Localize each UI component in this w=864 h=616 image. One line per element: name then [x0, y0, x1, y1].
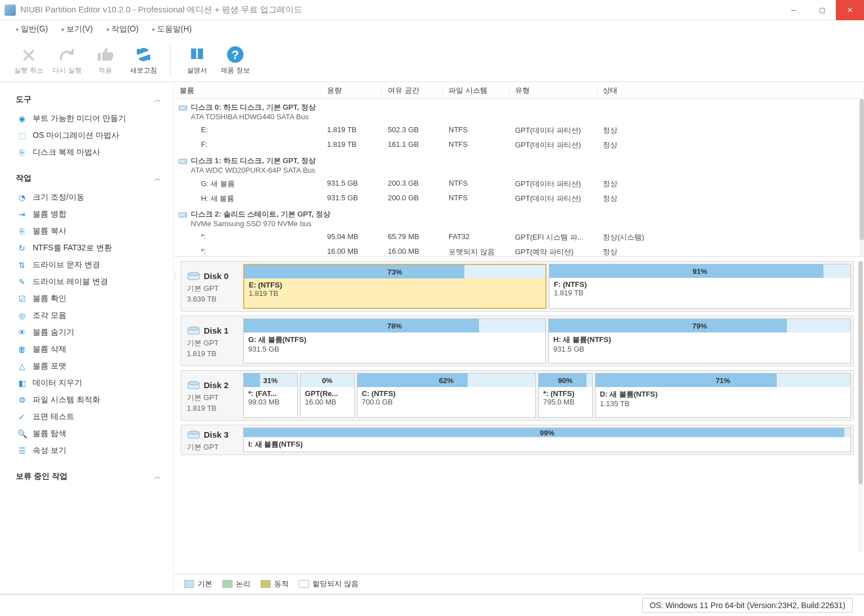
scrollbar[interactable]: [859, 99, 864, 256]
op-icon: △: [16, 361, 28, 371]
partition-block[interactable]: 79%H: 새 볼륨(NTFS)931.5 GB: [548, 318, 851, 363]
table-row[interactable]: E:1.819 TB502.3 GBNTFSGPT(데이터 파티션)정상: [174, 123, 864, 138]
partition-block[interactable]: 99%I: 새 볼륨(NTFS): [243, 428, 851, 452]
undo-button[interactable]: 실행 취소: [11, 44, 46, 75]
cell-name: G: 새 볼륨: [195, 178, 321, 190]
about-button[interactable]: ?제품 정보: [218, 44, 253, 75]
partition-block[interactable]: 90%*: (NTFS)795.0 MB: [538, 373, 593, 418]
svg-point-3: [185, 107, 186, 109]
content-area: ⋮⋮ 볼륨 용량 여유 공간 파일 시스템 유형 상태 디스크 0: 하드 디스…: [173, 82, 864, 593]
sidebar-item-op[interactable]: △볼륨 포맷: [16, 358, 161, 375]
sidebar-item-op[interactable]: ☰속성 보기: [16, 442, 161, 459]
table-row[interactable]: F:1.819 TB161.1 GBNTFSGPT(데이터 파티션)정상: [174, 138, 864, 152]
disk-label[interactable]: Disk 3기본 GPT: [181, 425, 241, 455]
disk-group-header[interactable]: 디스크 1: 하드 디스크, 기본 GPT, 정상ATA WDC WD20PUR…: [174, 152, 864, 177]
close-button[interactable]: ✕: [836, 0, 864, 20]
sidebar-item-op[interactable]: ⇅드라이브 문자 변경: [16, 257, 161, 273]
sidebar-item-op[interactable]: ◎조각 모음: [16, 307, 161, 324]
op-icon: 🔍: [16, 429, 28, 439]
partition-block[interactable]: 31%*: (FAT...99.03 MB: [243, 373, 298, 418]
cell-fs: FAT32: [443, 231, 509, 244]
cell-fs: NTFS: [443, 139, 509, 151]
disk-group-header[interactable]: 디스크 0: 하드 디스크, 기본 GPT, 정상ATA TOSHIBA HDW…: [174, 99, 864, 123]
col-status[interactable]: 상태: [597, 86, 864, 96]
refresh-button[interactable]: 새로고침: [126, 44, 161, 75]
sidebar-header-tools[interactable]: 도구︿: [16, 89, 161, 110]
col-volume[interactable]: 볼륨: [174, 86, 321, 96]
redo-button[interactable]: 다시 실행: [50, 44, 84, 75]
sidebar-item-label: 드라이브 레이블 변경: [33, 277, 108, 287]
partition-percent: 91%: [692, 267, 707, 276]
disk-name: Disk 2: [204, 380, 229, 390]
partition-name: D: 새 볼륨(NTFS): [600, 389, 846, 399]
partition-name: F: (NTFS): [554, 280, 846, 289]
menu-general[interactable]: ▾일반(G): [10, 22, 53, 37]
tool-icon: ◉: [16, 114, 28, 124]
disk-icon: [178, 104, 189, 111]
partition-block[interactable]: 62%C: (NTFS)700.0 GB: [357, 373, 536, 418]
col-capacity[interactable]: 용량: [321, 86, 382, 96]
sidebar-item-op[interactable]: 👁볼륨 숨기기: [16, 324, 161, 341]
partition-percent: 31%: [263, 376, 277, 385]
cell-status: 정상: [597, 178, 864, 190]
sidebar-item-op[interactable]: ◔크기 조정/이동: [16, 189, 161, 206]
sidebar: 도구︿ ◉부트 가능한 미디어 만들기⬚OS 마이그레이션 마법사⎘디스크 복제…: [0, 82, 173, 593]
sidebar-item-op[interactable]: ⎘볼륨 복사: [16, 223, 161, 240]
sidebar-item-op[interactable]: ✓표면 테스트: [16, 408, 161, 425]
svg-text:?: ?: [231, 48, 239, 62]
disk-title: 디스크 0: 하드 디스크, 기본 GPT, 정상: [191, 102, 316, 113]
sidebar-item-tool[interactable]: ◉부트 가능한 미디어 만들기: [16, 110, 161, 127]
partition-block[interactable]: 91%F: (NTFS)1.819 TB: [549, 264, 851, 309]
sidebar-item-label: 속성 보기: [33, 446, 66, 456]
disk-label[interactable]: Disk 1기본 GPT1.819 TB: [181, 316, 241, 366]
cell-capacity: 16.00 MB: [321, 246, 382, 256]
col-free[interactable]: 여유 공간: [382, 86, 443, 96]
maximize-button[interactable]: ▢: [808, 0, 836, 20]
menu-view[interactable]: ▾보기(V): [56, 22, 99, 37]
disk-label[interactable]: Disk 0기본 GPT3.639 TB: [181, 262, 241, 311]
partition-percent: 79%: [692, 322, 707, 330]
partition-container: 73%E: (NTFS)1.819 TB91%F: (NTFS)1.819 TB: [241, 262, 853, 311]
partition-size: 931.5 GB: [248, 345, 541, 353]
cell-free: 502.3 GB: [382, 124, 443, 137]
table-row[interactable]: *:95.04 MB65.79 MBFAT32GPT(EFI 시스템 파...정…: [174, 230, 864, 245]
sidebar-item-op[interactable]: ⇥볼륨 병합: [16, 206, 161, 223]
menu-action[interactable]: ▾작업(O): [101, 22, 144, 37]
cell-status: 정상: [597, 246, 864, 256]
apply-button[interactable]: 적용: [88, 44, 123, 75]
partition-size: 700.0 GB: [362, 398, 531, 406]
disk-scheme: 기본 GPT: [187, 338, 235, 348]
table-row[interactable]: H: 새 볼륨931.5 GB200.0 GBNTFSGPT(데이터 파티션)정…: [174, 191, 864, 206]
sidebar-item-op[interactable]: ↻NTFS를 FAT32로 변환: [16, 240, 161, 257]
sidebar-item-op[interactable]: ✎드라이브 레이블 변경: [16, 273, 161, 290]
minimize-button[interactable]: ─: [780, 0, 808, 20]
sidebar-item-op[interactable]: ⚙파일 시스템 최적화: [16, 392, 161, 408]
partition-block[interactable]: 78%G: 새 볼륨(NTFS)931.5 GB: [243, 318, 546, 363]
sidebar-item-op[interactable]: 🔍볼륨 탐색: [16, 425, 161, 442]
title-bar: NIUBI Partition Editor v10.2.0 - Profess…: [0, 0, 864, 20]
col-type[interactable]: 유형: [509, 86, 597, 96]
sidebar-item-tool[interactable]: ⬚OS 마이그레이션 마법사: [16, 127, 161, 144]
disk-subtitle: ATA TOSHIBA HDWG440 SATA Bus: [191, 113, 316, 121]
partition-percent: 78%: [387, 322, 402, 330]
table-row[interactable]: *:16.00 MB16.00 MB포맷되지 않음GPT(예약 파티션)정상: [174, 245, 864, 256]
partition-block[interactable]: 73%E: (NTFS)1.819 TB: [243, 264, 547, 309]
disk-group-header[interactable]: 디스크 2: 솔리드 스테이트, 기본 GPT, 정상NVMe Samsung …: [174, 206, 864, 230]
sidebar-item-tool[interactable]: ⎘디스크 복제 마법사: [16, 144, 161, 161]
manual-button[interactable]: 설명서: [180, 44, 214, 75]
sidebar-header-operations[interactable]: 작업︿: [16, 168, 161, 189]
partition-usage-bar: 62%: [357, 374, 535, 387]
col-filesystem[interactable]: 파일 시스템: [443, 86, 509, 96]
menu-help[interactable]: ▾도움말(H): [146, 22, 197, 37]
cell-free: 65.79 MB: [382, 231, 443, 244]
sidebar-item-op[interactable]: ◧데이터 지우기: [16, 375, 161, 392]
sidebar-item-op[interactable]: ☑볼륨 확인: [16, 290, 161, 307]
table-row[interactable]: G: 새 볼륨931.5 GB200.3 GBNTFSGPT(데이터 파티션)정…: [174, 177, 864, 191]
partition-block[interactable]: 71%D: 새 볼륨(NTFS)1.135 TB: [595, 373, 851, 418]
sidebar-header-pending[interactable]: 보류 중인 작업︿: [16, 466, 161, 487]
partition-block[interactable]: 0%GPT(Re...16.00 MB: [300, 373, 355, 418]
op-icon: ◔: [16, 192, 28, 203]
scrollbar[interactable]: [858, 261, 863, 551]
disk-label[interactable]: Disk 2기본 GPT1.819 TB: [181, 371, 241, 420]
sidebar-item-op[interactable]: 🗑볼륨 삭제: [16, 341, 161, 358]
